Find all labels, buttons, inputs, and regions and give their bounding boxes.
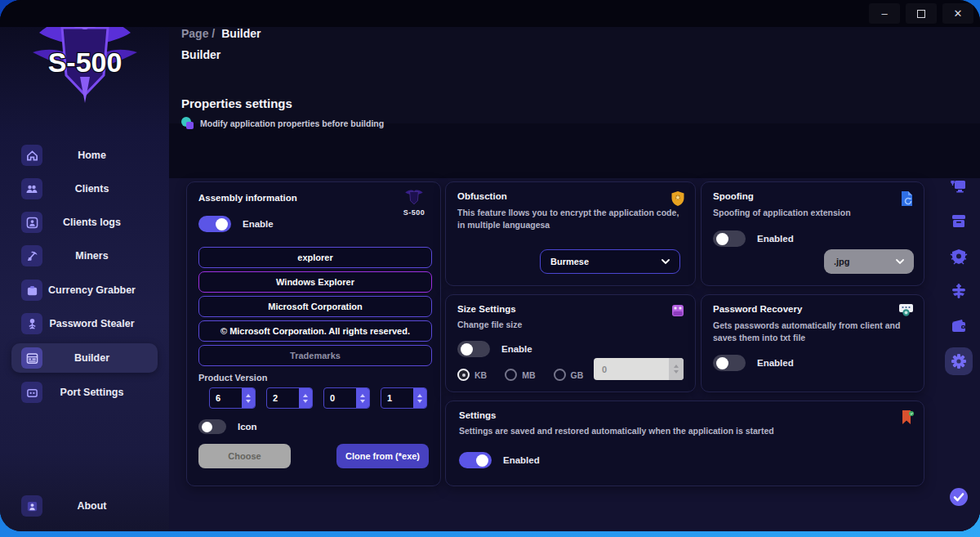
sidebar-item-miners[interactable]: Miners — [11, 241, 158, 271]
page-title: Builder — [181, 48, 220, 61]
drone-icon[interactable] — [945, 277, 973, 305]
stepper-arrows-icon[interactable] — [299, 388, 312, 408]
section-title: Properties settings — [181, 96, 292, 110]
unit-kb-radio[interactable]: KB — [457, 369, 487, 381]
maximize-button[interactable] — [906, 3, 937, 24]
section-subtitle: Modify application properties before bui… — [200, 119, 384, 128]
spoofing-enabled-label: Enabled — [757, 234, 794, 244]
sidebar-item-builder[interactable]: Builder — [11, 343, 158, 373]
clients-logs-icon — [21, 212, 42, 233]
stepper-arrows-icon[interactable] — [413, 388, 426, 408]
main-content: Page /Builder Builder Properties setting… — [169, 27, 980, 531]
product-name-input[interactable] — [198, 271, 432, 293]
obfuscation-panel: Obfusction This feature llows you to enc… — [445, 181, 696, 286]
company-input[interactable] — [198, 296, 432, 317]
password-recovery-toggle[interactable] — [713, 355, 746, 371]
version-major-value[interactable] — [210, 388, 242, 408]
breadcrumb: Page /Builder — [181, 27, 261, 40]
file-name-input[interactable] — [198, 247, 432, 268]
maximize-icon — [917, 10, 925, 18]
miners-icon — [21, 245, 42, 266]
properties-icon — [181, 117, 194, 129]
spoofing-title: Spoofing — [713, 191, 912, 201]
sidebar-item-home[interactable]: Home — [11, 141, 158, 170]
size-settings-title: Size Settings — [457, 304, 684, 314]
spoofing-panel: Spoofing Spoofing of application extensi… — [701, 181, 924, 286]
spoofing-enabled-toggle[interactable] — [713, 230, 746, 247]
sidebar-item-clients-logs[interactable]: Clients logs — [11, 208, 158, 237]
minimize-button[interactable]: – — [869, 3, 900, 24]
currency-grabber-icon — [21, 280, 42, 301]
size-enable-label: Enable — [501, 344, 532, 354]
size-settings-panel: Size Settings Change file size Enable KB… — [445, 294, 696, 392]
size-value-stepper[interactable] — [594, 358, 684, 380]
language-dropdown[interactable]: Burmese — [540, 249, 680, 274]
desktop-backdrop: – ✕ S-500 Home Clients — [0, 0, 980, 537]
wallet-icon[interactable] — [945, 312, 973, 340]
spoofing-description: Spoofing of application extension — [713, 207, 912, 219]
svg-text:S-500: S-500 — [47, 47, 122, 78]
unit-gb-radio[interactable]: GB — [554, 369, 584, 381]
obfuscation-title: Obfusction — [457, 191, 684, 201]
password-recovery-description: Gets passwords automatically from client… — [713, 320, 901, 344]
close-button[interactable]: ✕ — [942, 3, 973, 24]
product-version-label: Product Version — [198, 373, 429, 383]
version-minor-stepper[interactable] — [266, 387, 313, 409]
settings-description: Settings are saved and restored automati… — [459, 425, 911, 437]
stepper-arrows-icon[interactable] — [242, 388, 255, 408]
assembly-enable-label: Enable — [243, 219, 274, 229]
stepper-arrows-icon[interactable] — [669, 358, 684, 380]
password-recovery-title: Password Recovery — [713, 304, 912, 314]
app-window: – ✕ S-500 Home Clients — [0, 0, 980, 531]
sidebar-item-port-settings[interactable]: Port Settings — [11, 378, 158, 407]
extension-value: .jpg — [834, 257, 850, 266]
extension-dropdown[interactable]: .jpg — [824, 249, 914, 274]
size-value-input[interactable] — [594, 358, 669, 380]
product-version-row — [198, 387, 429, 409]
settings-enabled-toggle[interactable] — [459, 452, 492, 468]
minimize-icon: – — [881, 7, 887, 20]
stepper-arrows-icon[interactable] — [356, 388, 369, 408]
icon-toggle[interactable] — [198, 419, 226, 434]
version-major-stepper[interactable] — [209, 387, 256, 409]
radio-icon — [554, 369, 566, 381]
remote-desktop-icon[interactable] — [945, 172, 973, 200]
size-enable-toggle[interactable] — [457, 341, 490, 357]
trademarks-input[interactable] — [198, 345, 432, 366]
chevron-down-icon — [896, 259, 904, 264]
copyright-input[interactable] — [198, 320, 432, 342]
clients-icon — [21, 178, 42, 199]
shield-badge-icon — [670, 190, 685, 210]
archive-box-icon[interactable] — [945, 207, 973, 235]
version-build-value[interactable] — [324, 388, 356, 408]
header-band — [169, 123, 980, 178]
sidebar-item-clients[interactable]: Clients — [11, 174, 158, 204]
sidebar: S-500 Home Clients Clients logs Miners C… — [0, 0, 169, 531]
breadcrumb-root[interactable]: Page / — [181, 27, 215, 40]
size-settings-description: Change file size — [457, 319, 684, 331]
version-build-stepper[interactable] — [323, 387, 370, 409]
settings-enabled-label: Enabled — [503, 455, 540, 465]
sidebar-item-password-stealer[interactable]: Password Stealer — [11, 309, 158, 338]
assembly-enable-toggle[interactable] — [198, 216, 231, 232]
assembly-logo: S-500 — [396, 187, 432, 217]
radio-icon — [505, 369, 517, 381]
radio-selected-icon — [457, 369, 470, 381]
sidebar-item-currency-grabber[interactable]: Currency Grabber — [11, 275, 158, 305]
titlebar: – ✕ — [0, 0, 980, 27]
unit-mb-radio[interactable]: MB — [505, 369, 535, 381]
confirm-check-icon[interactable] — [945, 483, 973, 511]
sidebar-item-about[interactable]: About — [11, 492, 158, 520]
choose-button[interactable]: Choose — [198, 444, 291, 468]
builder-settings-gear-icon[interactable] — [945, 347, 973, 375]
shield-virus-icon[interactable] — [945, 243, 973, 271]
version-revision-stepper[interactable] — [381, 387, 427, 409]
chevron-down-icon — [662, 259, 670, 264]
builder-icon — [21, 347, 42, 369]
language-value: Burmese — [550, 257, 589, 266]
version-revision-value[interactable] — [381, 388, 413, 408]
version-minor-value[interactable] — [267, 388, 299, 408]
password-stealer-icon — [21, 313, 42, 334]
clone-from-exe-button[interactable]: Clone from (*exe) — [336, 444, 429, 468]
port-settings-icon — [21, 382, 42, 403]
